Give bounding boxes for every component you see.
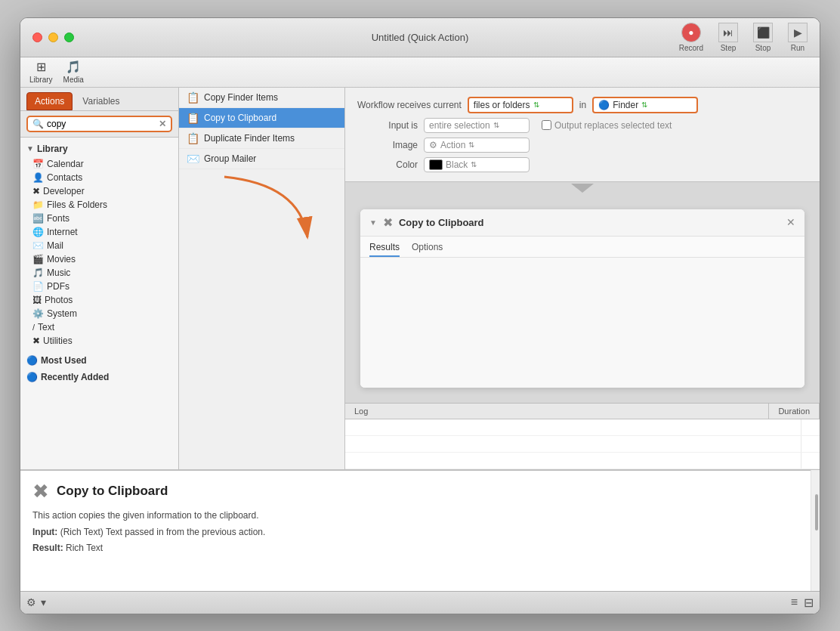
sidebar-item-calendar[interactable]: 📅 Calendar	[20, 157, 178, 171]
run-icon: ▶	[788, 23, 808, 42]
workflow-row-1: Workflow receives current files or folde…	[357, 97, 808, 113]
library-section-header[interactable]: ▼ Library	[20, 141, 178, 157]
library-label: Library	[37, 144, 68, 154]
split-view-button[interactable]: ⊟	[804, 595, 814, 610]
sidebar-item-internet[interactable]: 🌐 Internet	[20, 225, 178, 239]
stop-icon: ⬛	[753, 23, 773, 42]
list-view-button[interactable]: ≡	[791, 595, 798, 609]
step-button[interactable]: ⏭ Step	[718, 23, 738, 52]
step-icon: ⏭	[718, 23, 738, 42]
copy-finder-icon: 📋	[187, 91, 199, 104]
action-close-button[interactable]: ✕	[786, 217, 795, 227]
sidebar-item-movies[interactable]: 🎬 Movies	[20, 252, 178, 266]
most-used-header[interactable]: 🔵 Most Used	[20, 352, 178, 369]
search-icon: 🔍	[32, 119, 44, 129]
scroll-bar[interactable]	[811, 470, 820, 591]
title-bar: Untitled (Quick Action) ● Record ⏭ Step …	[20, 18, 820, 57]
bottom-right: ≡ ⊟	[791, 595, 814, 610]
most-used-label: Most Used	[41, 355, 87, 366]
sidebar-item-utilities[interactable]: ✖ Utilities	[20, 334, 178, 348]
drop-triangle-icon	[571, 184, 594, 193]
action-tab-results[interactable]: Results	[369, 240, 400, 257]
files-folders-dropdown[interactable]: files or folders ⇅	[468, 97, 573, 113]
input-label: Input is	[357, 120, 418, 131]
result-group-mailer[interactable]: ✉️ Group Mailer	[179, 149, 344, 169]
internet-icon: 🌐	[32, 227, 44, 237]
system-icon: ⚙️	[32, 308, 44, 319]
files-folders-value: files or folders	[474, 100, 530, 110]
sidebar-item-mail[interactable]: ✉️ Mail	[20, 239, 178, 252]
output-replaces-checkbox[interactable]: Output replaces selected text	[542, 120, 672, 131]
recently-added-header[interactable]: 🔵 Recently Added	[20, 369, 178, 385]
sidebar-item-developer[interactable]: ✖ Developer	[20, 184, 178, 198]
sidebar-item-music[interactable]: 🎵 Music	[20, 266, 178, 280]
result-duplicate-finder[interactable]: 📋 Duplicate Finder Items	[179, 128, 344, 149]
developer-icon: ✖	[32, 186, 40, 196]
most-used-icon: 🔵	[26, 355, 38, 366]
desc-title: Copy to Clipboard	[57, 484, 168, 499]
second-toolbar: ⊞ Library 🎵 Media	[20, 57, 820, 88]
tab-variables[interactable]: Variables	[74, 92, 128, 110]
record-button[interactable]: ● Record	[679, 23, 703, 52]
utilities-icon: ✖	[32, 336, 40, 346]
workflow-row-2: Input is entire selection ⇅ Output repla…	[357, 118, 808, 133]
sidebar-item-photos[interactable]: 🖼 Photos	[20, 293, 178, 307]
sidebar-item-pdfs[interactable]: 📄 PDFs	[20, 280, 178, 293]
svg-marker-1	[571, 184, 594, 193]
workflow-row-4: Color Black ⇅	[357, 157, 808, 172]
sidebar-item-files-folders[interactable]: 📁 Files & Folders	[20, 198, 178, 212]
action-toggle-button[interactable]: ▼	[369, 218, 377, 227]
search-input[interactable]	[47, 119, 156, 129]
main-content: Actions Variables 🔍 ✕ ▼ Library 📅	[20, 88, 820, 469]
close-button[interactable]	[32, 32, 42, 42]
gear-icon: ⚙	[429, 140, 437, 150]
log-row-1	[345, 419, 820, 436]
photos-icon: 🖼	[32, 295, 42, 305]
files-folders-icon: 📁	[32, 200, 44, 210]
search-clear-button[interactable]: ✕	[159, 119, 166, 129]
log-cell-1	[345, 419, 801, 435]
action-header: ▼ ✖ Copy to Clipboard ✕	[360, 209, 804, 237]
result-copy-finder-items[interactable]: 📋 Copy Finder Items	[179, 88, 344, 108]
stop-button[interactable]: ⬛ Stop	[753, 23, 773, 52]
sidebar-item-fonts[interactable]: 🔤 Fonts	[20, 212, 178, 225]
right-panel: Workflow receives current files or folde…	[345, 88, 820, 469]
media-button[interactable]: 🎵 Media	[60, 60, 87, 84]
bottom-section: ✖ Copy to Clipboard This action copies t…	[20, 469, 820, 614]
result-copy-to-clipboard[interactable]: 📋 Copy to Clipboard	[179, 108, 344, 128]
sidebar-item-contacts[interactable]: 👤 Contacts	[20, 171, 178, 184]
chevron-button[interactable]: ▾	[41, 596, 46, 608]
group-mailer-icon: ✉️	[187, 153, 199, 165]
desc-input-line: Input: (Rich Text) Text passed in from t…	[32, 526, 798, 539]
sidebar-item-text[interactable]: / Text	[20, 320, 178, 334]
output-checkbox[interactable]	[542, 120, 551, 130]
bottom-left: ⚙ ▾	[26, 596, 46, 608]
traffic-lights	[32, 32, 74, 42]
library-button[interactable]: ⊞ Library	[26, 60, 56, 84]
sidebar-item-system[interactable]: ⚙️ System	[20, 307, 178, 320]
gear-button[interactable]: ⚙	[26, 596, 36, 608]
movies-icon: 🎬	[32, 254, 44, 264]
mail-icon: ✉️	[32, 240, 44, 251]
desc-header: ✖ Copy to Clipboard	[32, 480, 798, 503]
record-icon: ●	[681, 23, 701, 42]
action-content	[360, 258, 804, 388]
image-dropdown[interactable]: ⚙ Action ⇅	[424, 138, 530, 153]
drop-indicator	[345, 182, 820, 194]
finder-dropdown[interactable]: 🔵 Finder ⇅	[592, 97, 698, 113]
run-button[interactable]: ▶ Run	[788, 23, 808, 52]
tab-actions[interactable]: Actions	[26, 92, 73, 110]
minimize-button[interactable]	[48, 32, 58, 42]
app-window: Untitled (Quick Action) ● Record ⏭ Step …	[20, 17, 820, 614]
color-dropdown[interactable]: Black ⇅	[424, 157, 530, 172]
result-value-desc: Rich Text	[66, 543, 103, 553]
action-tab-options[interactable]: Options	[412, 240, 443, 257]
maximize-button[interactable]	[64, 32, 74, 42]
color-swatch	[429, 159, 443, 170]
color-arrow-icon: ⇅	[471, 160, 477, 169]
input-dropdown[interactable]: entire selection ⇅	[424, 118, 530, 133]
contacts-icon: 👤	[32, 172, 44, 183]
in-label: in	[579, 100, 586, 110]
log-header: Log Duration	[345, 404, 820, 419]
search-bar: 🔍 ✕	[20, 111, 178, 138]
